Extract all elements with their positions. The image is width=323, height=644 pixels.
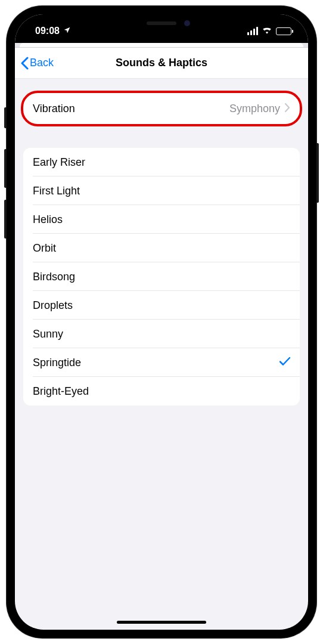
screen: 09:08: [15, 14, 308, 630]
page-title: Sounds & Haptics: [116, 57, 207, 69]
back-label: Back: [30, 57, 54, 69]
app-tab-strip: [15, 43, 308, 48]
battery-icon: [276, 27, 291, 35]
sound-option[interactable]: Orbit: [23, 234, 300, 262]
sound-option[interactable]: Droplets: [23, 291, 300, 320]
vibration-label: Vibration: [33, 103, 75, 115]
sound-option[interactable]: Helios: [23, 205, 300, 234]
sound-option-label: Springtide: [33, 357, 81, 369]
sound-option-label: Early Riser: [33, 156, 85, 169]
sound-option[interactable]: Sunny: [23, 320, 300, 348]
location-icon: [63, 26, 71, 36]
content-scroll[interactable]: Vibration Symphony Early RiserFirst Ligh…: [15, 79, 308, 630]
sound-option[interactable]: Early Riser: [23, 148, 300, 177]
sound-option-label: First Light: [33, 185, 80, 197]
phone-side-buttons-right: [316, 143, 319, 215]
sound-option-label: Orbit: [33, 242, 56, 255]
sound-option-label: Sunny: [33, 328, 63, 340]
wifi-icon: [262, 26, 272, 36]
navigation-bar: Back Sounds & Haptics: [15, 48, 308, 79]
sound-option[interactable]: Springtide: [23, 348, 300, 377]
back-button[interactable]: Back: [15, 57, 54, 70]
sound-option[interactable]: First Light: [23, 177, 300, 205]
sound-option-label: Droplets: [33, 299, 73, 312]
sound-option[interactable]: Bright-Eyed: [23, 377, 300, 405]
cellular-signal-icon: [247, 27, 258, 35]
chevron-right-icon: [285, 103, 290, 114]
status-time: 09:08: [35, 26, 60, 36]
chevron-left-icon: [21, 57, 29, 70]
checkmark-icon: [279, 357, 290, 369]
sound-option[interactable]: Birdsong: [23, 262, 300, 291]
phone-frame: 09:08: [7, 6, 316, 638]
notch: [102, 14, 221, 32]
home-indicator[interactable]: [117, 621, 206, 624]
sound-option-label: Birdsong: [33, 271, 75, 283]
sound-list: Early RiserFirst LightHeliosOrbitBirdson…: [23, 148, 300, 405]
vibration-row[interactable]: Vibration Symphony: [23, 93, 300, 124]
sound-option-label: Helios: [33, 213, 63, 226]
vibration-value: Symphony: [229, 103, 280, 115]
phone-side-buttons-left: [4, 107, 7, 250]
sound-option-label: Bright-Eyed: [33, 385, 89, 398]
